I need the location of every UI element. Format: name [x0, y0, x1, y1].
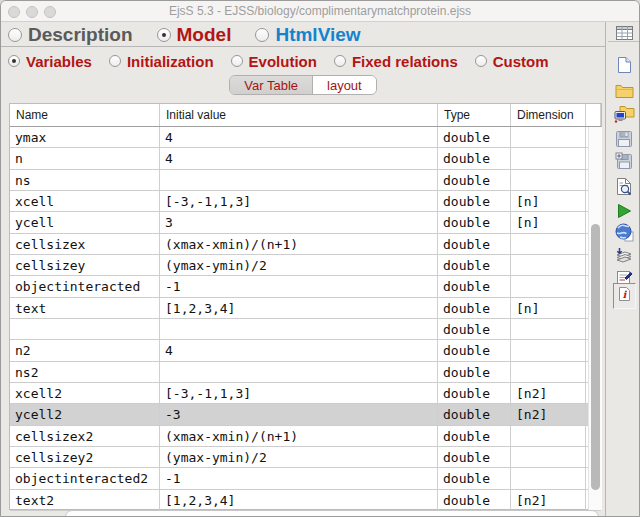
tab-initialization[interactable]: Initialization: [109, 53, 214, 70]
htmlview-radio[interactable]: [255, 28, 269, 42]
table-row[interactable]: objectinteracted -1 double: [10, 276, 601, 297]
description-radio[interactable]: [8, 28, 22, 42]
save-button[interactable]: [606, 130, 640, 148]
open-remote-button[interactable]: [606, 105, 640, 123]
table-row[interactable]: ycell2 -3 double [n2]: [10, 404, 601, 425]
cell-initial-value[interactable]: [1,2,3,4]: [160, 298, 438, 318]
cell-dimension[interactable]: [511, 319, 586, 339]
variables-radio[interactable]: [8, 55, 20, 67]
tab-custom[interactable]: Custom: [475, 53, 549, 70]
cell-type[interactable]: double: [438, 468, 511, 488]
table-row[interactable]: n 4 double: [10, 148, 601, 169]
cell-initial-value[interactable]: 4: [160, 127, 438, 147]
cell-name[interactable]: xcell: [10, 191, 160, 211]
cell-initial-value[interactable]: (ymax-ymin)/2: [160, 447, 438, 467]
cell-name[interactable]: text2: [10, 490, 160, 510]
cell-dimension[interactable]: [n]: [511, 212, 586, 232]
tab-model[interactable]: Model: [157, 24, 232, 46]
cell-name[interactable]: objectinteracted: [10, 276, 160, 296]
cell-name[interactable]: n2: [10, 340, 160, 360]
cell-type[interactable]: double: [438, 383, 511, 403]
tab-evolution[interactable]: Evolution: [231, 53, 317, 70]
custom-radio[interactable]: [475, 55, 487, 67]
cell-name[interactable]: ns: [10, 170, 160, 190]
cell-dimension[interactable]: [n]: [511, 191, 586, 211]
cell-dimension[interactable]: [n2]: [511, 404, 586, 424]
table-row[interactable]: xcell2 [-3,-1,1,3] double [n2]: [10, 383, 601, 404]
initialization-radio[interactable]: [109, 55, 121, 67]
save-as-button[interactable]: [606, 152, 640, 170]
cell-dimension[interactable]: [511, 276, 586, 296]
web-package-button[interactable]: [606, 223, 640, 242]
cell-initial-value[interactable]: -1: [160, 468, 438, 488]
cell-type[interactable]: double: [438, 490, 511, 510]
cell-initial-value[interactable]: 3: [160, 212, 438, 232]
cell-type[interactable]: double: [438, 255, 511, 275]
cell-type[interactable]: double: [438, 276, 511, 296]
cell-dimension[interactable]: [511, 127, 586, 147]
cell-dimension[interactable]: [n]: [511, 298, 586, 318]
table-row[interactable]: ymax 4 double: [10, 127, 601, 148]
table-row[interactable]: ns2 double: [10, 362, 601, 383]
cell-initial-value[interactable]: [160, 362, 438, 382]
column-header-dimension[interactable]: Dimension: [511, 104, 586, 126]
cell-name[interactable]: xcell2: [10, 383, 160, 403]
table-row[interactable]: cellsizex2 (xmax-xmin)/(n+1) double: [10, 426, 601, 447]
cell-initial-value[interactable]: [-3,-1,1,3]: [160, 383, 438, 403]
cell-dimension[interactable]: [511, 362, 586, 382]
tab-layout[interactable]: layout: [313, 76, 376, 94]
tab-variables[interactable]: Variables: [8, 53, 92, 70]
table-row[interactable]: ns double: [10, 170, 601, 191]
fixed-relations-radio[interactable]: [334, 55, 346, 67]
cell-dimension[interactable]: [511, 170, 586, 190]
cell-initial-value[interactable]: (ymax-ymin)/2: [160, 255, 438, 275]
table-row[interactable]: objectinteracted2 -1 double: [10, 468, 601, 489]
cell-type[interactable]: double: [438, 127, 511, 147]
cell-initial-value[interactable]: 4: [160, 148, 438, 168]
cell-initial-value[interactable]: [-3,-1,1,3]: [160, 191, 438, 211]
cell-name[interactable]: cellsizey: [10, 255, 160, 275]
cell-name[interactable]: objectinteracted2: [10, 468, 160, 488]
cell-dimension[interactable]: [n2]: [511, 490, 586, 510]
cell-type[interactable]: double: [438, 148, 511, 168]
cell-name[interactable]: ymax: [10, 127, 160, 147]
cell-type[interactable]: double: [438, 404, 511, 424]
cell-type[interactable]: double: [438, 234, 511, 254]
cell-initial-value[interactable]: (xmax-xmin)/(n+1): [160, 234, 438, 254]
cell-dimension[interactable]: [511, 468, 586, 488]
cell-name[interactable]: cellsizex: [10, 234, 160, 254]
cell-initial-value[interactable]: -1: [160, 276, 438, 296]
tab-description[interactable]: Description: [8, 24, 133, 46]
cell-type[interactable]: double: [438, 340, 511, 360]
table-row[interactable]: cellsizey2 (ymax-ymin)/2 double: [10, 447, 601, 468]
table-row[interactable]: cellsizex (xmax-xmin)/(n+1) double: [10, 234, 601, 255]
table-view-button[interactable]: [606, 26, 640, 40]
column-header-name[interactable]: Name: [10, 104, 160, 126]
run-button[interactable]: [606, 203, 640, 219]
cell-initial-value[interactable]: [160, 170, 438, 190]
cell-dimension[interactable]: [511, 148, 586, 168]
cell-type[interactable]: double: [438, 319, 511, 339]
vertical-scrollbar-thumb[interactable]: [591, 224, 600, 490]
cell-initial-value[interactable]: (xmax-xmin)/(n+1): [160, 426, 438, 446]
table-row[interactable]: cellsizey (ymax-ymin)/2 double: [10, 255, 601, 276]
table-row[interactable]: n2 4 double: [10, 340, 601, 361]
evolution-radio[interactable]: [231, 55, 243, 67]
model-radio[interactable]: [157, 28, 171, 42]
cell-name[interactable]: cellsizey2: [10, 447, 160, 467]
tab-var-table[interactable]: Var Table: [230, 76, 313, 94]
cell-dimension[interactable]: [511, 255, 586, 275]
cell-dimension[interactable]: [511, 234, 586, 254]
info-button[interactable]: i: [606, 283, 640, 309]
cell-initial-value[interactable]: [1,2,3,4]: [160, 490, 438, 510]
cell-type[interactable]: double: [438, 447, 511, 467]
column-header-initial-value[interactable]: Initial value: [160, 104, 438, 126]
cell-name[interactable]: n: [10, 148, 160, 168]
cell-type[interactable]: double: [438, 191, 511, 211]
cell-name[interactable]: ns2: [10, 362, 160, 382]
cell-type[interactable]: double: [438, 170, 511, 190]
table-row[interactable]: text2 [1,2,3,4] double [n2]: [10, 490, 601, 511]
search-preview-button[interactable]: [606, 177, 640, 196]
cell-name[interactable]: ycell2: [10, 404, 160, 424]
cell-initial-value[interactable]: 4: [160, 340, 438, 360]
